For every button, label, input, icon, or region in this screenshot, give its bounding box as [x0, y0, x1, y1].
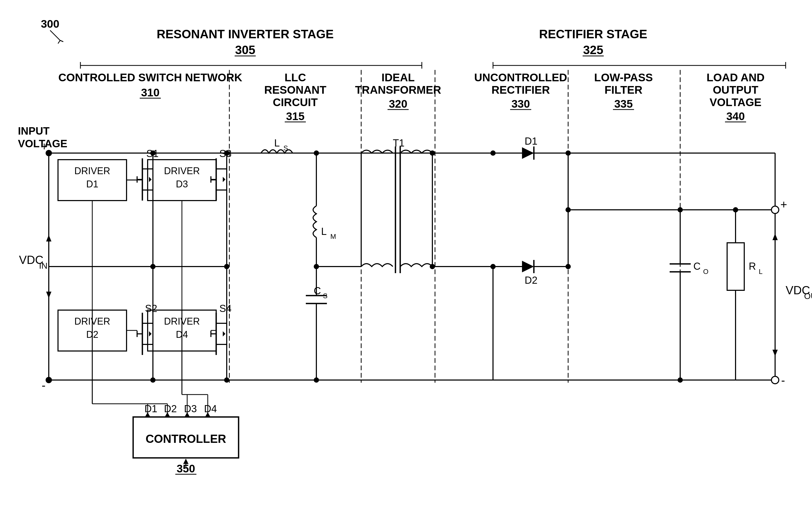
load-label2: OUTPUT: [713, 84, 758, 96]
t1-label: T1: [393, 137, 404, 148]
ctrl-d1-label: D1: [144, 403, 157, 414]
resonant-inverter-label: RESONANT INVERTER STAGE: [156, 27, 334, 41]
llc-number: 315: [286, 110, 304, 123]
ur-label2: RECTIFIER: [491, 84, 550, 96]
co-label: C: [693, 261, 700, 272]
svg-point-60: [150, 151, 155, 156]
llc-label3: CIRCUIT: [273, 96, 318, 108]
driver-d3-label: DRIVER: [164, 165, 200, 176]
plus-out-terminal: [772, 206, 779, 214]
minus-out-label: -: [781, 374, 785, 387]
minus-terminal-bottom: [46, 377, 52, 383]
d1-label: D1: [525, 136, 538, 147]
s2-label: S2: [145, 303, 157, 314]
svg-point-105: [490, 151, 496, 156]
ls-sub: S: [283, 144, 288, 152]
lm-label: L: [321, 226, 327, 237]
figure-number: 300: [41, 18, 59, 30]
svg-point-127: [677, 377, 683, 383]
minus-out-terminal: [772, 376, 779, 384]
d2-label: D2: [525, 275, 538, 286]
driver-d1-label: DRIVER: [74, 165, 110, 176]
lpf-label2: FILTER: [605, 84, 642, 96]
rl-sub: L: [759, 268, 762, 275]
input-voltage-label: INPUT: [18, 125, 50, 137]
rl-resistor: [727, 243, 744, 290]
ctrl-d3-label: D3: [184, 403, 197, 414]
it-number: 320: [389, 98, 407, 110]
load-number: 340: [726, 110, 745, 123]
svg-point-119: [566, 207, 571, 213]
circuit-diagram: 300 RESONANT INVERTER STAGE 305 RECTIFIE…: [0, 0, 812, 517]
ctrl-d2-label: D2: [164, 403, 177, 414]
cs-label: C: [314, 285, 321, 296]
vdcin-sub: IN: [39, 261, 48, 271]
lpf-label: LOW-PASS: [594, 71, 653, 84]
controller-label: CONTROLLER: [146, 432, 226, 445]
it-label2: TRANSFORMER: [355, 84, 441, 96]
csn-number: 310: [141, 86, 160, 99]
svg-point-132: [733, 207, 738, 213]
load-label: LOAD AND: [706, 71, 764, 84]
llc-label2: RESONANT: [264, 84, 326, 96]
ur-label: UNCONTROLLED: [474, 71, 567, 84]
rectifier-stage-number: 325: [583, 43, 604, 57]
driver-d1-id: D1: [86, 179, 98, 189]
minus-label-left: -: [42, 379, 46, 392]
csn-label: CONTROLLED SWITCH NETWORK: [58, 71, 242, 84]
resonant-inverter-number: 305: [235, 43, 256, 57]
ur-number: 330: [512, 98, 530, 110]
rl-label: R: [749, 261, 756, 272]
lm-sub: M: [330, 233, 336, 240]
llc-label: LLC: [285, 71, 306, 84]
driver-d3-id: D3: [176, 179, 188, 189]
co-sub: O: [703, 268, 708, 275]
s4-label: S4: [219, 303, 231, 314]
svg-point-71: [150, 377, 155, 383]
rectifier-stage-label: RECTIFIER STAGE: [539, 27, 647, 41]
it-label: IDEAL: [381, 71, 415, 84]
vdcout-sub: OUT: [804, 291, 812, 301]
plus-label-left: +: [41, 140, 48, 153]
load-label3: VOLTAGE: [710, 96, 762, 108]
ctrl-d4-label: D4: [204, 403, 217, 414]
plus-out-label: +: [780, 198, 787, 211]
ls-label: L: [274, 137, 280, 148]
lpf-number: 335: [614, 98, 633, 110]
